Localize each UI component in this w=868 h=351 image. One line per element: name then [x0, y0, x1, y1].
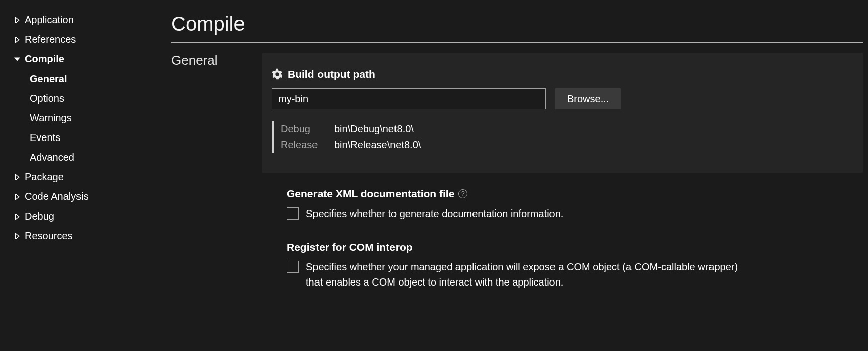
config-name: Debug	[281, 121, 334, 137]
chevron-right-icon	[13, 37, 22, 43]
sidebar-item-label: Compile	[25, 53, 64, 65]
sidebar-item-package[interactable]: Package	[13, 167, 166, 187]
chevron-right-icon	[13, 233, 22, 239]
build-output-input[interactable]	[272, 88, 546, 109]
sidebar-item-advanced[interactable]: Advanced	[30, 148, 166, 167]
sidebar-item-label: Events	[30, 132, 60, 144]
sidebar-item-label: Options	[30, 93, 64, 104]
config-path: bin\Debug\net8.0\	[334, 121, 414, 137]
sidebar-item-label: Warnings	[30, 112, 72, 124]
sidebar-item-application[interactable]: Application	[13, 10, 166, 30]
table-row: Release bin\Release\net8.0\	[281, 137, 838, 153]
sidebar-item-label: Application	[25, 14, 74, 26]
sidebar-item-resources[interactable]: Resources	[13, 226, 166, 246]
xml-doc-title: Generate XML documentation file	[287, 188, 454, 200]
xml-doc-desc: Specifies whether to generate documentat…	[306, 206, 563, 221]
section-label: General	[171, 53, 262, 68]
config-path: bin\Release\net8.0\	[334, 137, 421, 153]
sidebar-item-label: References	[25, 34, 76, 45]
sidebar-item-warnings[interactable]: Warnings	[30, 108, 166, 128]
chevron-down-icon	[13, 56, 22, 62]
xml-doc-setting: Generate XML documentation file ? Specif…	[287, 188, 863, 221]
sidebar-item-options[interactable]: Options	[30, 89, 166, 108]
browse-button[interactable]: Browse...	[555, 88, 621, 109]
main-content: Compile General Build output path Br	[166, 0, 868, 351]
table-row: Debug bin\Debug\net8.0\	[281, 121, 838, 137]
sidebar-item-code-analysis[interactable]: Code Analysis	[13, 187, 166, 206]
sidebar-item-label: Package	[25, 171, 64, 183]
com-interop-title: Register for COM interop	[287, 241, 413, 253]
xml-doc-checkbox[interactable]	[287, 207, 299, 220]
sidebar-item-label: Debug	[25, 210, 54, 222]
sidebar-item-references[interactable]: References	[13, 30, 166, 49]
divider	[171, 42, 863, 43]
sidebar-item-label: Code Analysis	[25, 191, 89, 202]
sidebar-item-compile[interactable]: Compile	[13, 49, 166, 69]
page-title: Compile	[171, 13, 863, 35]
settings-sidebar: Application References Compile General O…	[0, 0, 166, 351]
chevron-right-icon	[13, 194, 22, 200]
chevron-right-icon	[13, 17, 22, 23]
sidebar-sub-compile: General Options Warnings Events Advanced	[13, 69, 166, 167]
sidebar-item-general[interactable]: General	[30, 69, 166, 89]
config-paths-table: Debug bin\Debug\net8.0\ Release bin\Rele…	[272, 121, 838, 153]
com-interop-checkbox[interactable]	[287, 261, 299, 273]
sidebar-item-label: Resources	[25, 230, 73, 242]
com-interop-setting: Register for COM interop Specifies wheth…	[287, 241, 863, 290]
sidebar-item-label: Advanced	[30, 152, 74, 163]
sidebar-item-label: General	[30, 73, 67, 85]
chevron-right-icon	[13, 174, 22, 180]
build-output-panel: Build output path Browse... Debug bin\De…	[262, 53, 863, 173]
com-interop-desc: Specifies whether your managed applicati…	[306, 259, 744, 290]
chevron-right-icon	[13, 214, 22, 220]
help-icon[interactable]: ?	[458, 189, 467, 198]
sidebar-item-events[interactable]: Events	[30, 128, 166, 148]
build-output-label: Build output path	[288, 68, 375, 80]
config-name: Release	[281, 137, 334, 153]
sidebar-item-debug[interactable]: Debug	[13, 206, 166, 226]
gear-icon	[272, 68, 283, 80]
